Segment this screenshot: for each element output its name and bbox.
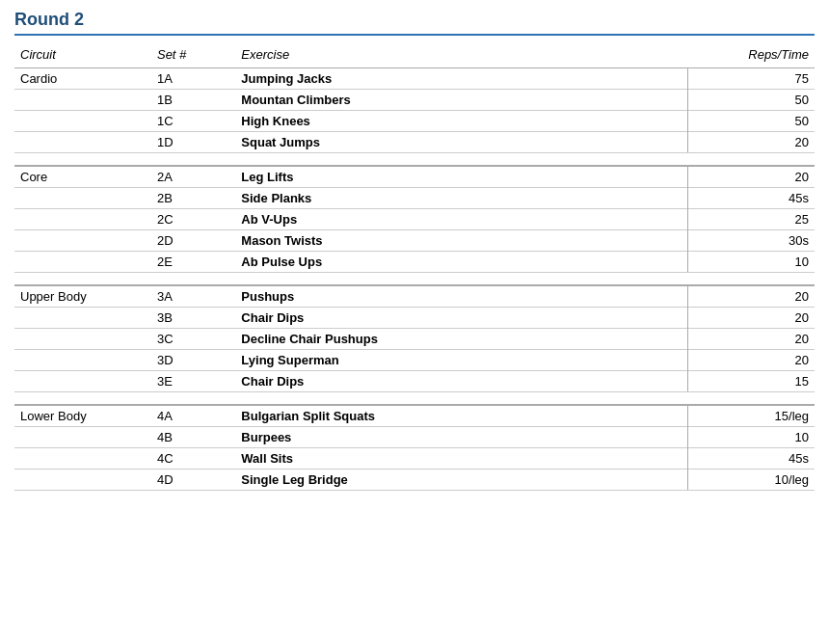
set-cell: 4D: [151, 470, 235, 491]
exercise-cell: Decline Chair Pushups: [235, 329, 688, 350]
circuit-cell: [14, 308, 151, 329]
table-row: 3DLying Superman20: [14, 350, 815, 371]
circuit-cell: Cardio: [14, 68, 151, 90]
circuit-cell: Core: [14, 166, 151, 188]
reps-cell: 10/leg: [688, 470, 815, 491]
set-cell: 2D: [151, 230, 235, 252]
circuit-cell: [14, 329, 151, 350]
set-cell: 1B: [151, 90, 235, 111]
exercise-cell: Ab V-Ups: [235, 209, 688, 230]
set-cell: 3E: [151, 371, 235, 392]
exercise-cell: Leg Lifts: [235, 166, 688, 188]
exercise-cell: Single Leg Bridge: [235, 470, 688, 491]
table-row: 4DSingle Leg Bridge10/leg: [14, 470, 815, 491]
table-row: 3BChair Dips20: [14, 308, 815, 329]
exercise-cell: Wall Sits: [235, 448, 688, 470]
circuit-cell: [14, 448, 151, 470]
exercise-cell: Jumping Jacks: [235, 68, 688, 90]
table-row: Upper Body3APushups20: [14, 285, 815, 308]
set-cell: 2B: [151, 188, 235, 209]
table-row: 3EChair Dips15: [14, 371, 815, 392]
exercise-cell: Mountan Climbers: [235, 90, 688, 111]
reps-cell: 20: [688, 350, 815, 371]
header-reps: Reps/Time: [688, 43, 815, 68]
set-cell: 2A: [151, 166, 235, 188]
table-row: 1DSquat Jumps20: [14, 132, 815, 153]
set-cell: 3A: [151, 285, 235, 308]
circuit-cell: [14, 132, 151, 153]
reps-cell: 20: [688, 132, 815, 153]
header-exercise: Exercise: [235, 43, 688, 68]
table-row: 4CWall Sits45s: [14, 448, 815, 470]
reps-cell: 45s: [688, 188, 815, 209]
set-cell: 2E: [151, 252, 235, 273]
set-cell: 3C: [151, 329, 235, 350]
reps-cell: 45s: [688, 448, 815, 470]
reps-cell: 50: [688, 90, 815, 111]
exercise-cell: Side Planks: [235, 188, 688, 209]
set-cell: 4A: [151, 405, 235, 427]
set-cell: 2C: [151, 209, 235, 230]
reps-cell: 15/leg: [688, 405, 815, 427]
set-cell: 4B: [151, 427, 235, 448]
table-row: 2DMason Twists30s: [14, 230, 815, 252]
reps-cell: 20: [688, 285, 815, 308]
table-row: Core2ALeg Lifts20: [14, 166, 815, 188]
circuit-cell: [14, 427, 151, 448]
table-row: 1CHigh Knees50: [14, 111, 815, 132]
header-circuit: Circuit: [14, 43, 151, 68]
reps-cell: 50: [688, 111, 815, 132]
table-row: 2EAb Pulse Ups10: [14, 252, 815, 273]
group-spacer: [14, 153, 815, 167]
table-row: 2BSide Planks45s: [14, 188, 815, 209]
table-row: Lower Body4ABulgarian Split Squats15/leg: [14, 405, 815, 427]
set-cell: 3D: [151, 350, 235, 371]
table-row: 1BMountan Climbers50: [14, 90, 815, 111]
page-title: Round 2: [14, 10, 815, 36]
exercise-cell: Pushups: [235, 285, 688, 308]
exercise-cell: Burpees: [235, 427, 688, 448]
table-header: Circuit Set # Exercise Reps/Time: [14, 43, 815, 68]
exercise-cell: High Knees: [235, 111, 688, 132]
exercise-cell: Mason Twists: [235, 230, 688, 252]
set-cell: 1A: [151, 68, 235, 90]
circuit-cell: [14, 111, 151, 132]
reps-cell: 10: [688, 252, 815, 273]
exercise-cell: Chair Dips: [235, 371, 688, 392]
table-row: 4BBurpees10: [14, 427, 815, 448]
reps-cell: 20: [688, 166, 815, 188]
table-row: 2CAb V-Ups25: [14, 209, 815, 230]
exercise-cell: Ab Pulse Ups: [235, 252, 688, 273]
table-row: 3CDecline Chair Pushups20: [14, 329, 815, 350]
group-spacer: [14, 273, 815, 286]
set-cell: 1C: [151, 111, 235, 132]
circuit-cell: [14, 90, 151, 111]
circuit-cell: [14, 209, 151, 230]
reps-cell: 20: [688, 329, 815, 350]
reps-cell: 30s: [688, 230, 815, 252]
reps-cell: 15: [688, 371, 815, 392]
exercise-cell: Bulgarian Split Squats: [235, 405, 688, 427]
set-cell: 3B: [151, 308, 235, 329]
reps-cell: 20: [688, 308, 815, 329]
reps-cell: 10: [688, 427, 815, 448]
header-set: Set #: [151, 43, 235, 68]
exercise-cell: Chair Dips: [235, 308, 688, 329]
set-cell: 4C: [151, 448, 235, 470]
workout-table: Circuit Set # Exercise Reps/Time Cardio1…: [14, 43, 815, 491]
circuit-cell: [14, 371, 151, 392]
group-spacer: [14, 392, 815, 406]
reps-cell: 25: [688, 209, 815, 230]
circuit-cell: Lower Body: [14, 405, 151, 427]
exercise-cell: Squat Jumps: [235, 132, 688, 153]
circuit-cell: Upper Body: [14, 285, 151, 308]
exercise-cell: Lying Superman: [235, 350, 688, 371]
set-cell: 1D: [151, 132, 235, 153]
circuit-cell: [14, 230, 151, 252]
circuit-cell: [14, 470, 151, 491]
table-row: Cardio1AJumping Jacks75: [14, 68, 815, 90]
reps-cell: 75: [688, 68, 815, 90]
circuit-cell: [14, 188, 151, 209]
circuit-cell: [14, 252, 151, 273]
circuit-cell: [14, 350, 151, 371]
